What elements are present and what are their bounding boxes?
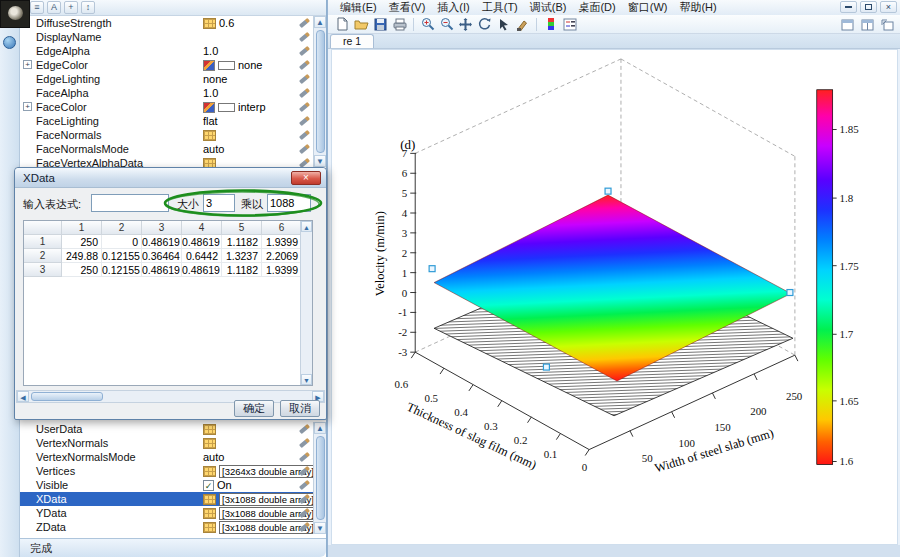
property-value[interactable]: auto bbox=[203, 450, 224, 464]
scrollbar-bottom[interactable]: ▲ ▼ bbox=[313, 422, 326, 534]
property-value[interactable]: 1.0 bbox=[203, 44, 218, 58]
edit-pencil-icon[interactable] bbox=[299, 74, 310, 84]
property-row[interactable]: FaceLighting flat bbox=[20, 114, 314, 128]
property-value[interactable]: flat bbox=[203, 114, 218, 128]
menu-tools[interactable]: 工具(T) bbox=[476, 0, 524, 15]
property-row[interactable]: YData [3x1088 double array] bbox=[20, 506, 314, 520]
save-icon[interactable] bbox=[372, 16, 389, 32]
sort-categorized-icon[interactable]: ≡ bbox=[30, 1, 44, 14]
property-row[interactable]: FaceNormals bbox=[20, 128, 314, 142]
row-header[interactable]: 3 bbox=[24, 263, 62, 277]
edit-pencil-icon[interactable] bbox=[299, 480, 310, 490]
open-file-icon[interactable] bbox=[353, 16, 370, 32]
new-figure-icon[interactable] bbox=[334, 16, 351, 32]
menu-debug[interactable]: 调试(B) bbox=[524, 0, 573, 15]
scroll-thumb[interactable] bbox=[316, 30, 325, 153]
col-header[interactable]: 6 bbox=[262, 221, 302, 235]
table-cell[interactable]: 250 bbox=[62, 263, 102, 277]
property-row[interactable]: FaceAlpha 1.0 bbox=[20, 86, 314, 100]
array-grid-icon[interactable] bbox=[203, 130, 216, 141]
scroll-up-icon[interactable]: ▲ bbox=[301, 221, 312, 232]
property-row[interactable]: VertexNormalsMode auto bbox=[20, 450, 314, 464]
panel-collapse-icon[interactable] bbox=[3, 36, 16, 49]
property-value[interactable]: auto bbox=[203, 142, 224, 156]
close-button[interactable]: × bbox=[880, 1, 897, 13]
by-input[interactable] bbox=[267, 194, 311, 212]
property-row[interactable]: + EdgeColor none bbox=[20, 58, 314, 72]
table-cell[interactable]: 0.12155 bbox=[102, 263, 142, 277]
scroll-thumb[interactable] bbox=[316, 436, 325, 520]
dialog-close-button[interactable]: × bbox=[291, 171, 321, 185]
insert-legend-icon[interactable] bbox=[561, 16, 578, 32]
menu-window[interactable]: 窗口(W) bbox=[622, 0, 674, 15]
scroll-up-icon[interactable]: ▲ bbox=[314, 16, 326, 28]
sort-alphabetical-icon[interactable]: A bbox=[47, 1, 61, 14]
minimize-button[interactable] bbox=[840, 1, 857, 13]
pan-icon[interactable] bbox=[457, 16, 474, 32]
print-icon[interactable] bbox=[391, 16, 408, 32]
table-cell[interactable]: 1.9399 bbox=[262, 263, 302, 277]
ok-button[interactable]: 确定 bbox=[234, 400, 274, 417]
property-row[interactable]: DiffuseStrength 0.6 bbox=[20, 16, 314, 30]
table-cell[interactable]: 0.48619 bbox=[142, 235, 182, 249]
undock-figure-icon[interactable] bbox=[879, 17, 896, 33]
maximize-layout-icon[interactable] bbox=[839, 17, 856, 33]
col-header[interactable]: 2 bbox=[102, 221, 142, 235]
expand-plus-icon[interactable]: + bbox=[23, 60, 32, 69]
edit-pencil-icon[interactable] bbox=[299, 46, 310, 56]
scrollbar-top[interactable]: ▲ ▼ bbox=[313, 16, 326, 167]
property-value[interactable]: 1.0 bbox=[203, 86, 218, 100]
edit-pencil-icon[interactable] bbox=[299, 116, 310, 126]
rotate-3d-icon[interactable] bbox=[476, 16, 493, 32]
scroll-thumb[interactable] bbox=[31, 392, 103, 401]
property-value[interactable]: none bbox=[203, 72, 227, 86]
property-row[interactable]: Vertices [3264x3 double array] bbox=[20, 464, 314, 478]
color-picker-icon[interactable] bbox=[203, 60, 215, 71]
property-row[interactable]: UserData bbox=[20, 422, 314, 436]
figure-tab[interactable]: re 1 bbox=[330, 34, 374, 48]
expand-plus-icon[interactable]: + bbox=[23, 102, 32, 111]
restore-button[interactable] bbox=[860, 1, 877, 13]
array-grid-icon[interactable] bbox=[203, 494, 216, 505]
cancel-button[interactable]: 取消 bbox=[280, 400, 320, 417]
property-row-xdata-selected[interactable]: XData [3x1088 double array] bbox=[20, 492, 314, 506]
property-row[interactable]: ZData [3x1088 double array] bbox=[20, 520, 314, 534]
edit-pencil-icon[interactable] bbox=[299, 60, 310, 70]
array-grid-icon[interactable] bbox=[203, 508, 216, 519]
col-header[interactable]: 4 bbox=[182, 221, 222, 235]
expression-input[interactable] bbox=[91, 194, 169, 212]
menu-help[interactable]: 帮助(H) bbox=[673, 0, 722, 15]
array-grid-icon[interactable] bbox=[203, 466, 216, 477]
property-row[interactable]: Visible ✓ On bbox=[20, 478, 314, 492]
table-cell[interactable]: 0.12155 bbox=[102, 249, 142, 263]
property-row[interactable]: FaceNormalsMode auto bbox=[20, 142, 314, 156]
menu-edit[interactable]: 编辑(E) bbox=[334, 0, 383, 15]
property-value[interactable]: interp bbox=[238, 100, 266, 114]
col-header[interactable]: 5 bbox=[222, 221, 262, 235]
table-cell[interactable]: 0.48619 bbox=[182, 263, 222, 277]
edit-pencil-icon[interactable] bbox=[299, 32, 310, 42]
scroll-down-icon[interactable]: ▼ bbox=[314, 155, 326, 167]
array-grid-icon[interactable] bbox=[203, 424, 216, 435]
zoom-in-icon[interactable] bbox=[419, 16, 436, 32]
table-cell[interactable]: 0.6442 bbox=[182, 249, 222, 263]
property-row[interactable]: DisplayName bbox=[20, 30, 314, 44]
color-swatch[interactable] bbox=[218, 103, 235, 112]
edit-pencil-icon[interactable] bbox=[299, 102, 310, 112]
color-picker-icon[interactable] bbox=[203, 102, 215, 113]
dialog-title-bar[interactable]: XData × bbox=[15, 168, 326, 188]
property-value[interactable]: none bbox=[238, 58, 262, 72]
array-grid-icon[interactable] bbox=[203, 522, 216, 533]
table-cell[interactable]: 1.3237 bbox=[222, 249, 262, 263]
scroll-up-icon[interactable]: ▲ bbox=[314, 422, 326, 434]
property-row[interactable]: EdgeAlpha 1.0 bbox=[20, 44, 314, 58]
color-swatch[interactable] bbox=[218, 61, 235, 70]
edit-pencil-icon[interactable] bbox=[299, 88, 310, 98]
table-cell[interactable]: 0.48619 bbox=[142, 263, 182, 277]
insert-colorbar-icon[interactable] bbox=[542, 16, 559, 32]
table-cell[interactable]: 249.88 bbox=[62, 249, 102, 263]
scroll-down-icon[interactable]: ▼ bbox=[314, 522, 326, 534]
col-header[interactable]: 3 bbox=[142, 221, 182, 235]
property-row[interactable]: VertexNormals bbox=[20, 436, 314, 450]
tile-layout-icon[interactable] bbox=[859, 17, 876, 33]
